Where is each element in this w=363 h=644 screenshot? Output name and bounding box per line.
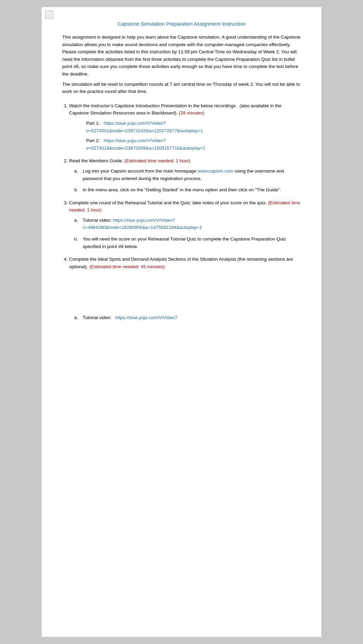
- part1-block: Part 1: https://siue.yuja.com/V/Video? v…: [69, 120, 301, 134]
- list-item-1-text: Watch the instructor’s Capstone Introduc…: [69, 103, 282, 116]
- item3-alpha-b-label: b.: [74, 235, 78, 243]
- spacer-4: [69, 270, 301, 311]
- list-item-2-text: Read the Members Guide.: [69, 158, 124, 163]
- part2-link[interactable]: https://siue.yuja.com/V/Video? v=5274319…: [86, 138, 205, 151]
- intro-paragraph-2: The simulation will be reset to competit…: [62, 81, 301, 95]
- item4-alpha-a-label: a.: [74, 314, 78, 321]
- part2-block: Part 2: https://siue.yuja.com/V/Video? v…: [69, 137, 301, 152]
- item2-alpha-list: a. Log into your Capsim account from the…: [69, 167, 301, 194]
- item3-alpha-b: b. You will need the score on your Rehea…: [83, 235, 301, 250]
- part1-label: Part 1:: [86, 121, 102, 126]
- list-item-4-time: (Estimated time needed: 45 minutes): [89, 264, 165, 269]
- item2-alpha-b-label: b.: [74, 186, 78, 194]
- intro-paragraph-1: This assignment is designed to help you …: [62, 33, 301, 78]
- part2-label: Part 2:: [86, 138, 102, 143]
- item2-alpha-a: a. Log into your Capsim account from the…: [83, 167, 301, 182]
- item3-alpha-a-text: Tutorial video:: [83, 218, 113, 223]
- item4-alpha-list: a. Tutorial video: https://siue.yuja.com…: [69, 314, 301, 321]
- main-list: Watch the instructor’s Capstone Introduc…: [62, 102, 301, 321]
- tutorial-link-4[interactable]: https://siue.yuja.com/V/Video?: [116, 315, 177, 320]
- item3-alpha-list: a. Tutorial video: https://siue.yuja.com…: [69, 217, 301, 250]
- page-title: Capstone Simulation Preparation Assignme…: [62, 21, 301, 27]
- item2-alpha-a-label: a.: [74, 167, 78, 175]
- item3-alpha-b-text: You will need the score on your Rehearsa…: [83, 236, 286, 249]
- part1-link[interactable]: https://siue.yuja.com/V/Video? v=5274301…: [86, 121, 203, 133]
- list-item-2: Read the Members Guide. (Estimated time …: [69, 157, 301, 193]
- list-item-1-time: (28 minutes): [179, 110, 204, 115]
- list-item-1: Watch the instructor’s Capstone Introduc…: [69, 102, 301, 152]
- item2-alpha-a-text: Log into your Capsim account from the ma…: [83, 168, 198, 174]
- item2-alpha-b-text: In the menu area, click on the “Getting …: [83, 187, 281, 192]
- item4-alpha-a: a. Tutorial video: https://siue.yuja.com…: [83, 314, 301, 321]
- item3-alpha-a: a. Tutorial video: https://siue.yuja.com…: [83, 217, 301, 231]
- list-item-3-text: Complete one round of the Rehearsal Tuto…: [69, 200, 268, 205]
- list-item-4: Complete the Ideal Spots and Demand Anal…: [69, 256, 301, 321]
- item3-alpha-a-label: a.: [74, 217, 78, 224]
- item2-alpha-b: b. In the menu area, click on the “Getti…: [83, 186, 301, 194]
- capsim-link[interactable]: www.capsim.com: [198, 168, 233, 174]
- list-item-2-time: (Estimated time needed: 1 hour): [124, 158, 190, 163]
- item4-alpha-a-text: Tutorial video:: [83, 315, 114, 320]
- list-item-3: Complete one round of the Rehearsal Tuto…: [69, 199, 301, 250]
- page-container: Capstone Simulation Preparation Assignme…: [41, 7, 322, 637]
- top-image: [45, 11, 53, 19]
